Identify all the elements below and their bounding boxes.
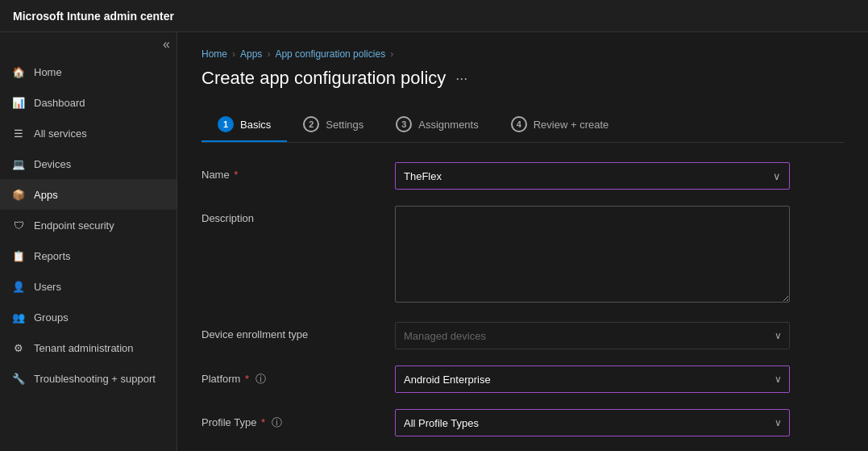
tab-num-1: 1	[218, 116, 234, 132]
tab-label-settings: Settings	[326, 119, 363, 131]
tab-num-4: 4	[511, 116, 527, 132]
profile-type-select-wrapper: All Profile Types ∨	[395, 409, 790, 436]
page-title: Create app configuration policy	[201, 68, 446, 89]
form-row-name: Name * TheFlex ∨	[201, 162, 844, 190]
users-icon: 👤	[11, 279, 26, 294]
profile-type-info-icon[interactable]: ⓘ	[272, 416, 282, 428]
name-chevron-icon: ∨	[773, 170, 781, 182]
form-row-description: Description	[201, 206, 844, 306]
profile-type-select[interactable]: All Profile Types	[395, 409, 790, 436]
sidebar-item-label: All services	[34, 127, 87, 140]
sidebar-item-label: Troubleshooting + support	[34, 373, 156, 385]
dashboard-icon: 📊	[11, 95, 26, 110]
tab-label-review: Review + create	[534, 119, 609, 131]
breadcrumb-home[interactable]: Home	[201, 48, 227, 60]
breadcrumb: Home › Apps › App configuration policies…	[201, 48, 844, 60]
sidebar-collapse-btn[interactable]: «	[0, 32, 177, 56]
tab-num-3: 3	[396, 116, 412, 132]
sidebar-item-label: Groups	[34, 311, 69, 324]
breadcrumb-sep-2: ›	[267, 48, 270, 60]
tenant-icon: ⚙	[11, 340, 26, 355]
name-input[interactable]: TheFlex ∨	[395, 162, 790, 190]
tab-label-basics: Basics	[240, 119, 271, 131]
name-value: TheFlex	[404, 170, 442, 182]
name-required: *	[231, 169, 239, 181]
device-enrollment-control: Managed devices ∨	[395, 322, 790, 349]
platform-select-wrapper: Android Enterprise ∨	[395, 365, 790, 393]
profile-type-label: Profile Type * ⓘ	[201, 409, 379, 430]
sidebar-item-label: Dashboard	[34, 97, 85, 109]
more-options-icon[interactable]: ···	[455, 70, 467, 87]
platform-select[interactable]: Android Enterprise	[395, 365, 790, 393]
tab-assignments[interactable]: 3 Assignments	[380, 108, 494, 142]
sidebar-item-label: Home	[34, 66, 62, 78]
page-title-row: Create app configuration policy ···	[201, 68, 844, 89]
name-control: TheFlex ∨	[395, 162, 790, 190]
profile-type-control: All Profile Types ∨	[395, 409, 790, 436]
breadcrumb-sep-1: ›	[232, 48, 235, 60]
endpoint-security-icon: 🛡	[11, 218, 26, 232]
sidebar-item-label: Endpoint security	[34, 219, 114, 232]
device-enrollment-select-wrapper: Managed devices ∨	[395, 322, 790, 349]
description-label: Description	[201, 206, 379, 224]
sidebar-item-endpoint-security[interactable]: 🛡 Endpoint security	[0, 210, 177, 240]
form-row-device-enrollment: Device enrollment type Managed devices ∨	[201, 322, 844, 349]
app-title: Microsoft Intune admin center	[13, 10, 174, 23]
breadcrumb-apps[interactable]: Apps	[240, 48, 262, 60]
tab-basics[interactable]: 1 Basics	[201, 108, 287, 142]
breadcrumb-policies[interactable]: App configuration policies	[275, 48, 385, 60]
sidebar: « 🏠 Home 📊 Dashboard ☰ All services 💻 De…	[0, 32, 177, 451]
description-textarea[interactable]	[395, 206, 790, 303]
form-row-profile-type: Profile Type * ⓘ All Profile Types ∨	[201, 409, 844, 436]
troubleshooting-icon: 🔧	[11, 371, 26, 386]
name-select-wrapper: TheFlex ∨	[395, 162, 790, 190]
all-services-icon: ☰	[11, 126, 26, 140]
wizard-tabs: 1 Basics 2 Settings 3 Assignments 4 Revi…	[201, 108, 844, 143]
tab-review-create[interactable]: 4 Review + create	[495, 108, 625, 142]
apps-icon: 📦	[11, 187, 26, 202]
sidebar-item-reports[interactable]: 📋 Reports	[0, 240, 177, 271]
sidebar-item-devices[interactable]: 💻 Devices	[0, 148, 177, 179]
sidebar-item-troubleshooting[interactable]: 🔧 Troubleshooting + support	[0, 363, 177, 394]
collapse-icon[interactable]: «	[163, 37, 170, 52]
top-bar: Microsoft Intune admin center	[0, 0, 868, 32]
sidebar-item-apps[interactable]: 📦 Apps	[0, 179, 177, 210]
tab-settings[interactable]: 2 Settings	[287, 108, 380, 142]
device-enrollment-select[interactable]: Managed devices	[395, 322, 790, 349]
sidebar-item-all-services[interactable]: ☰ All services	[0, 118, 177, 148]
sidebar-item-label: Apps	[34, 189, 58, 201]
tab-num-2: 2	[303, 116, 319, 132]
device-enrollment-label: Device enrollment type	[201, 322, 379, 340]
sidebar-item-label: Tenant administration	[34, 342, 134, 354]
description-control	[395, 206, 790, 306]
platform-control: Android Enterprise ∨	[395, 365, 790, 393]
sidebar-item-home[interactable]: 🏠 Home	[0, 56, 177, 87]
devices-icon: 💻	[11, 157, 26, 171]
sidebar-item-label: Users	[34, 281, 61, 293]
groups-icon: 👥	[11, 310, 26, 324]
name-label: Name *	[201, 162, 379, 181]
form-row-platform: Platform * ⓘ Android Enterprise ∨	[201, 365, 844, 393]
reports-icon: 📋	[11, 248, 26, 263]
content-area: Home › Apps › App configuration policies…	[177, 32, 868, 451]
sidebar-item-label: Devices	[34, 158, 71, 170]
sidebar-item-label: Reports	[34, 250, 71, 262]
main-layout: « 🏠 Home 📊 Dashboard ☰ All services 💻 De…	[0, 32, 868, 451]
home-icon: 🏠	[11, 65, 26, 79]
sidebar-item-groups[interactable]: 👥 Groups	[0, 302, 177, 332]
breadcrumb-sep-3: ›	[390, 48, 393, 60]
sidebar-item-users[interactable]: 👤 Users	[0, 271, 177, 302]
sidebar-item-dashboard[interactable]: 📊 Dashboard	[0, 87, 177, 118]
platform-info-icon[interactable]: ⓘ	[255, 373, 266, 385]
sidebar-item-tenant-administration[interactable]: ⚙ Tenant administration	[0, 332, 177, 363]
tab-label-assignments: Assignments	[418, 119, 478, 131]
platform-label: Platform * ⓘ	[201, 365, 379, 386]
